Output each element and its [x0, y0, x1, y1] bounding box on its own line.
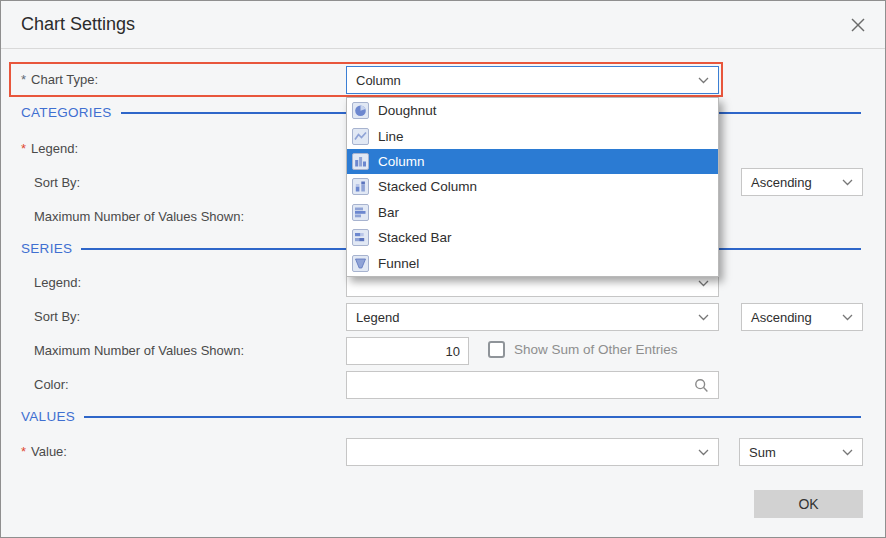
stacked-column-chart-icon	[352, 178, 369, 195]
categories-legend-required-marker: *	[21, 141, 26, 156]
series-sort-order-combobox[interactable]: Ascending	[741, 303, 863, 331]
chevron-down-icon	[698, 449, 709, 456]
stacked-bar-chart-icon	[352, 229, 369, 246]
series-color-search-field[interactable]	[346, 371, 719, 399]
dropdown-option-label: Stacked Column	[378, 179, 477, 194]
value-label: Value:	[31, 444, 67, 459]
dropdown-option-label: Column	[378, 154, 425, 169]
dropdown-option-doughnut[interactable]: Doughnut	[347, 98, 718, 123]
series-sort-order-value: Ascending	[751, 310, 812, 325]
dropdown-option-label: Doughnut	[378, 103, 437, 118]
chart-type-label: Chart Type:	[31, 72, 98, 87]
dropdown-option-label: Funnel	[378, 256, 419, 271]
line-chart-icon	[352, 128, 369, 145]
value-required-marker: *	[21, 444, 26, 459]
chart-type-value: Column	[356, 73, 401, 88]
ok-button[interactable]: OK	[754, 490, 863, 518]
dialog-title: Chart Settings	[21, 14, 135, 35]
dropdown-option-bar[interactable]: Bar	[347, 200, 718, 225]
close-icon	[849, 16, 867, 34]
categories-sort-by-label: Sort By:	[34, 175, 80, 190]
dropdown-option-funnel[interactable]: Funnel	[347, 251, 718, 276]
categories-header-label: CATEGORIES	[21, 105, 112, 120]
series-max-values-input[interactable]	[346, 337, 469, 365]
search-icon	[694, 378, 709, 393]
chart-type-label-row: * Chart Type:	[21, 72, 98, 87]
doughnut-chart-icon	[352, 102, 369, 119]
show-sum-checkbox-label[interactable]: Show Sum of Other Entries	[514, 342, 678, 357]
categories-legend-label: Legend:	[31, 141, 78, 156]
value-label-row: * Value:	[21, 444, 67, 459]
values-section-header: VALUES	[21, 409, 861, 424]
value-aggregate-value: Sum	[749, 445, 776, 460]
categories-sort-order-combobox[interactable]: Ascending	[741, 168, 863, 196]
series-color-label: Color:	[34, 377, 69, 392]
chevron-down-icon	[698, 280, 709, 287]
chart-type-required-marker: *	[21, 72, 26, 87]
dropdown-option-column-selected[interactable]: Column	[347, 149, 718, 174]
series-legend-label: Legend:	[34, 275, 81, 290]
dropdown-option-label: Line	[378, 129, 404, 144]
dropdown-option-label: Stacked Bar	[378, 230, 452, 245]
dropdown-option-line[interactable]: Line	[347, 123, 718, 148]
chevron-down-icon	[698, 314, 709, 321]
chevron-down-icon	[842, 449, 853, 456]
chart-type-dropdown-list: Doughnut Line Column Stacked Column Bar	[346, 97, 719, 277]
chart-type-combobox[interactable]: Column	[346, 66, 719, 94]
bar-chart-icon	[352, 204, 369, 221]
values-header-label: VALUES	[21, 409, 75, 424]
categories-legend-row: * Legend:	[21, 141, 78, 156]
column-chart-icon	[352, 153, 369, 170]
show-sum-checkbox[interactable]	[488, 341, 505, 358]
dropdown-option-stacked-column[interactable]: Stacked Column	[347, 174, 718, 199]
dropdown-option-label: Bar	[378, 205, 399, 220]
chevron-down-icon	[842, 314, 853, 321]
chevron-down-icon	[698, 77, 709, 84]
dialog-titlebar: Chart Settings	[1, 1, 885, 49]
values-header-rule	[84, 416, 861, 418]
dropdown-option-stacked-bar[interactable]: Stacked Bar	[347, 225, 718, 250]
chevron-down-icon	[842, 179, 853, 186]
series-sort-by-value: Legend	[356, 310, 399, 325]
chart-settings-dialog: Chart Settings * Chart Type: Column CATE…	[0, 0, 886, 538]
series-header-label: SERIES	[21, 241, 72, 256]
series-max-values-label: Maximum Number of Values Shown:	[34, 343, 244, 358]
close-button[interactable]	[845, 12, 871, 38]
value-combobox[interactable]	[346, 438, 719, 466]
value-aggregate-combobox[interactable]: Sum	[739, 438, 863, 466]
series-sort-by-combobox[interactable]: Legend	[346, 303, 719, 331]
series-sort-by-label: Sort By:	[34, 309, 80, 324]
categories-sort-order-value: Ascending	[751, 175, 812, 190]
funnel-chart-icon	[352, 255, 369, 272]
categories-max-values-label: Maximum Number of Values Shown:	[34, 209, 244, 224]
